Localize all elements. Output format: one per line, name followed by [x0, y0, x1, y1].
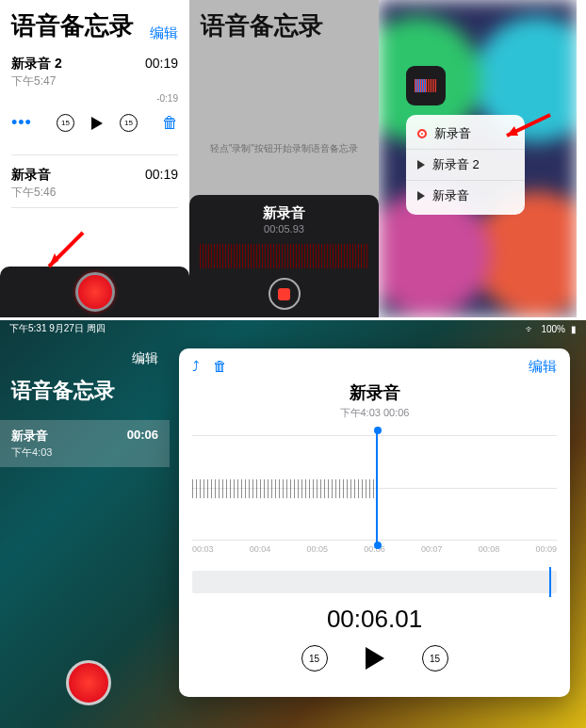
play-icon[interactable] [366, 647, 384, 670]
panel-ipad-detail: 下午5:31 9月27日 周四 ᯤ 100% ▮ 编辑 语音备忘录 新录音 00… [0, 320, 586, 728]
playhead-icon[interactable] [549, 567, 551, 597]
battery-icon: ▮ [571, 324, 577, 334]
voice-memos-app-icon[interactable] [406, 66, 446, 105]
more-icon[interactable]: ••• [11, 113, 32, 133]
play-icon [417, 191, 425, 201]
edit-button[interactable]: 编辑 [11, 350, 158, 367]
recording-title: 新录音 [189, 204, 379, 222]
skip-back-icon[interactable]: 15 [301, 645, 328, 671]
waveform-overview[interactable] [192, 571, 557, 593]
recording-title: 新录音 [11, 167, 51, 184]
recording-row-selected[interactable]: 新录音 2 00:19 下午5:47 [0, 48, 189, 93]
sidebar: 编辑 语音备忘录 新录音 00:06 下午4:03 [0, 337, 170, 480]
record-button[interactable] [66, 660, 111, 705]
svg-line-0 [49, 233, 83, 267]
play-icon[interactable] [91, 117, 103, 130]
trash-icon[interactable]: 🗑 [213, 358, 227, 376]
playhead-icon[interactable] [376, 430, 378, 545]
quick-action-label: 新录音 2 [432, 156, 480, 173]
share-icon[interactable]: ⤴︎ [192, 358, 200, 376]
waveform-icon [415, 79, 437, 92]
recording-duration: 00:06 [127, 428, 158, 445]
status-bar: 下午5:31 9月27日 周四 ᯤ 100% ▮ [0, 320, 586, 337]
wifi-icon: ᯤ [526, 324, 535, 334]
app-title: 语音备忘录 [189, 0, 379, 48]
skip-forward-icon[interactable]: 15 [120, 114, 138, 132]
recording-sheet: 新录音 00:05.93 [189, 195, 379, 317]
recording-time: 下午4:03 [11, 445, 158, 460]
detail-card: ⤴︎ 🗑 编辑 新录音 下午4:03 00:06 00:0300:0400:05… [179, 348, 570, 697]
recording-duration: 00:19 [145, 56, 178, 73]
waveform-large[interactable] [192, 435, 557, 541]
battery-percent: 100% [541, 324, 565, 334]
status-time: 下午5:31 9月27日 周四 [9, 322, 106, 335]
quick-action-menu: 新录音 新录音 2 新录音 [406, 115, 525, 215]
panel-recording-sheet: 语音备忘录 轻点"录制"按钮开始录制语音备忘录 新录音 00:05.93 [189, 0, 379, 317]
stop-button[interactable] [269, 278, 301, 310]
recording-row-selected[interactable]: 新录音 00:06 下午4:03 [0, 420, 170, 467]
app-title: 语音备忘录 [11, 9, 134, 42]
quick-action-play[interactable]: 新录音 [406, 181, 525, 211]
panel-list-view: 语音备忘录 编辑 新录音 2 00:19 下午5:47 -0:19 ••• 15… [0, 0, 189, 317]
waveform-icon [200, 244, 369, 268]
edit-button[interactable]: 编辑 [529, 358, 557, 376]
recording-row[interactable]: 新录音 00:19 下午5:46 [0, 159, 189, 212]
record-icon [417, 129, 427, 138]
recording-duration: 00:19 [145, 167, 178, 184]
trash-icon[interactable]: 🗑 [162, 114, 178, 133]
record-button[interactable] [75, 272, 115, 312]
quick-action-play[interactable]: 新录音 2 [406, 150, 525, 181]
recording-title: 新录音 [192, 381, 557, 404]
skip-back-icon[interactable]: 15 [57, 114, 74, 132]
quick-action-record[interactable]: 新录音 [406, 119, 525, 150]
empty-hint: 轻点"录制"按钮开始录制语音备忘录 [189, 142, 379, 155]
remaining-time: -0:19 [156, 93, 178, 104]
recording-subtitle: 下午4:03 00:06 [192, 406, 557, 420]
panel-quick-actions: 新录音 新录音 2 新录音 [379, 0, 577, 317]
quick-action-label: 新录音 [432, 187, 469, 204]
recording-title: 新录音 2 [11, 56, 62, 73]
recording-elapsed: 00:05.93 [189, 223, 379, 235]
edit-button[interactable]: 编辑 [150, 24, 178, 42]
recording-title: 新录音 [11, 428, 48, 445]
quick-action-label: 新录音 [434, 125, 471, 142]
svg-marker-1 [49, 253, 58, 267]
recording-time: 下午5:47 [11, 73, 178, 89]
record-bar [0, 267, 189, 317]
skip-forward-icon[interactable]: 15 [422, 645, 448, 671]
playback-time: 00:06.01 [192, 605, 557, 634]
recording-time: 下午5:46 [11, 185, 178, 201]
play-icon [417, 160, 425, 170]
app-title: 语音备忘录 [11, 377, 158, 405]
